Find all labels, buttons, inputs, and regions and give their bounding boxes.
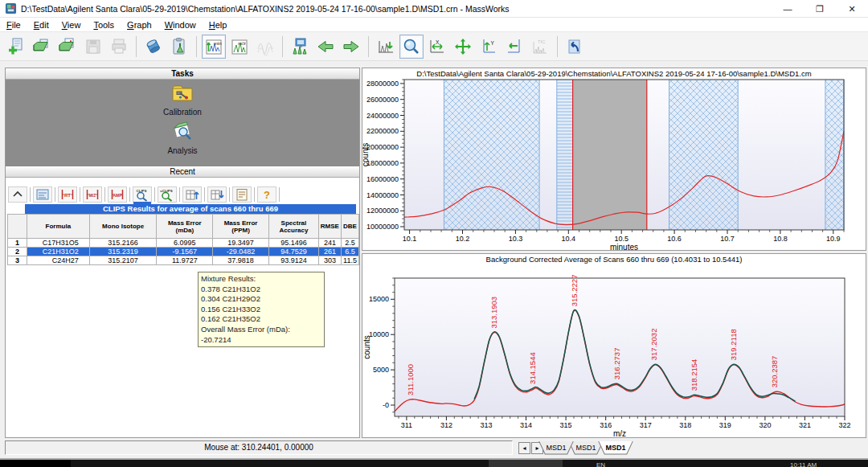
table-up-icon	[184, 187, 200, 202]
table-row[interactable]: 2C21H31O2315.2319-9.1567-29.048294.75292…	[8, 248, 359, 256]
task-analysis[interactable]: Analysis	[6, 121, 359, 155]
svg-text:315: 315	[560, 421, 572, 429]
zoom-tool-button[interactable]	[399, 35, 424, 59]
svg-text:319.2118: 319.2118	[729, 329, 738, 360]
svg-text:321: 321	[799, 421, 811, 429]
results-toolbar-separator	[229, 187, 230, 202]
menu-bar: FileEditViewToolsGraphWindowHelp	[0, 18, 868, 32]
properties-button[interactable]	[33, 186, 52, 203]
table-export-button[interactable]	[207, 186, 227, 203]
printer-icon	[109, 37, 129, 56]
tooltip-line: 0.378 C21H31O2	[201, 285, 321, 295]
column-header[interactable]	[8, 215, 27, 239]
report-button[interactable]	[232, 186, 252, 203]
menu-view[interactable]: View	[55, 19, 88, 31]
svg-text:AMP: AMP	[113, 193, 122, 198]
svg-text:10.1: 10.1	[403, 235, 417, 243]
svg-text:m/z: m/z	[238, 41, 246, 46]
svg-text:314.1544: 314.1544	[528, 352, 537, 384]
profile-display-button[interactable]	[288, 35, 312, 59]
svg-text:X: X	[436, 39, 440, 44]
column-header[interactable]: DBE	[341, 215, 358, 239]
help-button[interactable]: ?	[257, 186, 276, 203]
column-header[interactable]: Mono Isotope	[89, 215, 157, 239]
table-row[interactable]: 1C17H31O5315.21666.099519.349795.1496241…	[8, 239, 359, 248]
expand-x-button[interactable]: X	[425, 35, 449, 59]
results-toolbar-separator	[254, 187, 255, 202]
tab-msd1-1[interactable]: MSD1	[568, 441, 604, 455]
close-button[interactable]: ✕	[836, 0, 868, 18]
svg-text:317.2032: 317.2032	[649, 329, 658, 361]
taskbar-app-segment[interactable]	[489, 460, 563, 467]
svg-text:319: 319	[719, 421, 731, 429]
column-header[interactable]: SpectralAccuracy	[268, 215, 318, 239]
tab-msd1-2[interactable]: MSD1	[598, 441, 633, 455]
clips-results-table[interactable]: FormulaMono IsotopeMass Error(mDa)Mass E…	[7, 214, 359, 265]
results-toolbar-separator	[154, 187, 155, 202]
task-calibration[interactable]: Calibration	[6, 83, 359, 117]
menu-graph[interactable]: Graph	[121, 19, 158, 31]
recent-header: Recent	[6, 166, 359, 178]
menu-edit[interactable]: Edit	[27, 19, 55, 31]
help-button[interactable]	[563, 35, 587, 59]
results-toolbar-separator	[179, 187, 180, 202]
open-file-button[interactable]	[30, 35, 54, 59]
menu-window[interactable]: Window	[158, 19, 203, 31]
chromatogram-view-button[interactable]: min	[202, 35, 226, 59]
taskbar-clock[interactable]: 10:11 AM	[790, 461, 817, 467]
amp-range-button[interactable]: AMP	[108, 186, 127, 203]
tic-icon: TIC	[530, 37, 550, 56]
tasks-body: Calibration Analysis	[6, 80, 359, 166]
minimize-button[interactable]: —	[772, 0, 804, 18]
taskbar-start-segment[interactable]	[0, 460, 71, 467]
new-file-button[interactable]	[4, 35, 28, 59]
sclips-search-button[interactable]: sCLIPS	[158, 186, 177, 203]
arrow-right-icon	[342, 37, 361, 56]
windows-taskbar[interactable]: EN 10:11 AM	[0, 460, 868, 467]
menu-tools[interactable]: Tools	[87, 19, 121, 31]
previous-scan-button[interactable]	[313, 35, 338, 59]
tab-scroll-left-button[interactable]: ◂	[518, 442, 530, 454]
task-calibration-label[interactable]: Calibration	[6, 108, 359, 117]
clipboard-icon	[170, 37, 189, 56]
calibration-cylinder-button[interactable]	[141, 35, 166, 59]
question-icon: ?	[259, 187, 275, 202]
svg-text:313: 313	[480, 421, 492, 429]
expand-all-button[interactable]	[451, 35, 475, 59]
collapse-panel-button[interactable]	[8, 186, 27, 203]
spectrum-chart[interactable]: 311312313314315316317318319320321322-050…	[362, 254, 867, 439]
clipboard-analysis-button[interactable]	[167, 35, 191, 59]
spectrum-view-button[interactable]: m/z	[227, 35, 252, 59]
svg-text:10.2: 10.2	[456, 235, 470, 243]
open-data-chart-button[interactable]	[55, 35, 80, 59]
chromatogram-chart[interactable]: 10.110.210.310.410.510.610.710.810.91000…	[362, 68, 867, 252]
menu-help[interactable]: Help	[203, 19, 234, 31]
svg-text:10.4: 10.4	[562, 235, 576, 243]
column-header[interactable]: Mass Error(PPM)	[213, 215, 269, 239]
column-header[interactable]: Formula	[27, 215, 89, 239]
title-bar: D:\TestData\Agilent Santa Clara\05-29-20…	[0, 0, 868, 18]
menu-file[interactable]: File	[0, 19, 27, 31]
task-analysis-label[interactable]: Analysis	[6, 146, 359, 155]
clips-search-button[interactable]: CLIPS	[133, 186, 152, 203]
svg-text:311.1000: 311.1000	[406, 364, 415, 395]
tab-msd1-0[interactable]: MSD1	[538, 441, 574, 455]
mz-range-button[interactable]: M/Z	[83, 186, 102, 203]
column-header[interactable]: Mass Error(mDa)	[157, 215, 213, 239]
report-icon	[234, 187, 250, 202]
next-scan-button[interactable]	[339, 35, 363, 59]
table-row[interactable]: 3C24H27315.210711.972737.981893.91243031…	[8, 256, 359, 265]
rt-range-button[interactable]: RT	[58, 186, 77, 203]
column-header[interactable]: RMSE	[318, 215, 341, 239]
arrow-left-icon	[316, 37, 335, 56]
expand-y-button[interactable]: Y	[477, 35, 501, 59]
table-import-button[interactable]	[182, 186, 202, 203]
tasks-panel: Tasks Calibration	[5, 68, 360, 438]
document-tab-bar: ◂▸MSD1MSD1MSD1	[518, 440, 633, 455]
zoom-out-full-button[interactable]	[374, 35, 398, 59]
help-doc-icon	[565, 37, 584, 56]
restore-button[interactable]: ❐	[804, 0, 836, 18]
shift-left-button[interactable]	[502, 35, 526, 59]
taskbar-language[interactable]: EN	[596, 461, 605, 467]
svg-text:314: 314	[520, 421, 532, 429]
